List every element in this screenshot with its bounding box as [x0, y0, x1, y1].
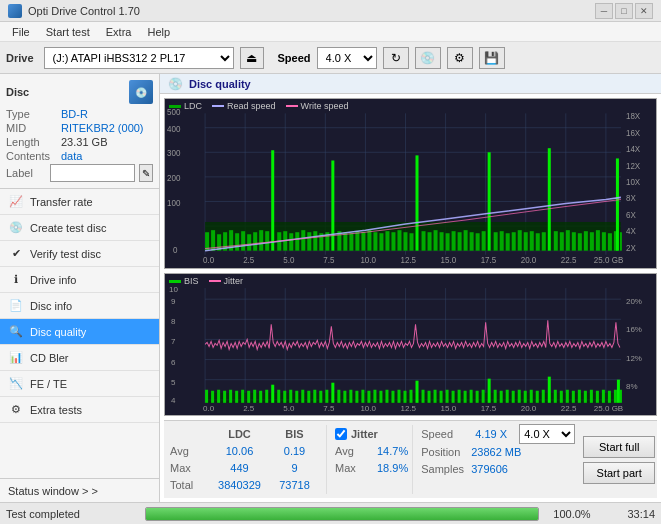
svg-rect-204 — [548, 377, 551, 403]
mid-value: RITEKBR2 (000) — [61, 122, 144, 134]
disc-info-icon: 📄 — [8, 298, 24, 314]
svg-rect-194 — [488, 379, 491, 403]
svg-rect-202 — [536, 391, 539, 403]
position-label: Position — [421, 446, 471, 458]
label-input[interactable] — [50, 164, 135, 182]
svg-rect-98 — [518, 230, 522, 250]
speed-select[interactable]: 4.0 X — [317, 47, 377, 69]
menu-file[interactable]: File — [4, 24, 38, 40]
svg-rect-57 — [271, 150, 274, 250]
svg-rect-206 — [560, 391, 563, 403]
avg-bis: 0.19 — [267, 445, 322, 457]
bis-legend-color — [169, 280, 181, 283]
svg-text:100: 100 — [167, 199, 181, 208]
disc-title: Disc — [6, 86, 29, 98]
svg-text:16%: 16% — [626, 325, 642, 334]
svg-rect-181 — [409, 390, 412, 403]
svg-rect-113 — [608, 233, 612, 250]
sidebar-label-cd-bler: CD Bler — [30, 352, 69, 364]
sidebar-item-extra-tests[interactable]: ⚙ Extra tests — [0, 397, 159, 423]
svg-rect-64 — [313, 231, 317, 250]
total-row: Total 3840329 73718 — [170, 477, 322, 494]
stats-row: LDC BIS Avg 10.06 0.19 Max 449 9 Total — [164, 420, 657, 498]
jitter-checkbox[interactable] — [335, 428, 347, 440]
sidebar-item-disc-quality[interactable]: 🔍 Disc quality — [0, 319, 159, 345]
svg-rect-72 — [361, 232, 365, 250]
samples-row: Samples 379606 — [421, 460, 575, 477]
read-speed-legend-label: Read speed — [227, 101, 276, 111]
menu-start-test[interactable]: Start test — [38, 24, 98, 40]
status-window-button[interactable]: Status window > > — [0, 478, 159, 502]
svg-rect-55 — [259, 230, 263, 250]
svg-text:5.0: 5.0 — [283, 256, 295, 265]
svg-rect-93 — [488, 152, 491, 250]
titlebar: Opti Drive Control 1.70 ─ □ ✕ — [0, 0, 661, 22]
svg-rect-156 — [259, 391, 262, 403]
drive-select[interactable]: (J:) ATAPI iHBS312 2 PL17 — [44, 47, 234, 69]
svg-text:300: 300 — [167, 149, 181, 158]
mid-label: MID — [6, 122, 61, 134]
svg-text:8: 8 — [171, 317, 176, 326]
jitter-max-row: Max 18.9% — [335, 460, 408, 477]
sidebar-item-drive-info[interactable]: ℹ Drive info — [0, 267, 159, 293]
svg-rect-89 — [464, 230, 468, 250]
maximize-button[interactable]: □ — [615, 3, 633, 19]
sidebar-item-fe-te[interactable]: 📉 FE / TE — [0, 371, 159, 397]
svg-text:2X: 2X — [626, 244, 636, 253]
svg-rect-96 — [506, 233, 510, 250]
svg-rect-160 — [283, 391, 286, 403]
speed-section: Speed 4.19 X 4.0 X Position 23862 MB Sam… — [412, 425, 575, 494]
jitter-header-label: Jitter — [351, 428, 378, 440]
svg-rect-217 — [620, 390, 622, 403]
svg-rect-186 — [440, 391, 443, 403]
max-ldc: 449 — [212, 462, 267, 474]
svg-rect-149 — [217, 390, 220, 403]
sidebar-item-cd-bler[interactable]: 📊 CD Bler — [0, 345, 159, 371]
svg-rect-87 — [452, 231, 456, 250]
start-full-button[interactable]: Start full — [583, 436, 655, 458]
max-row: Max 449 9 — [170, 460, 322, 477]
sidebar-item-transfer-rate[interactable]: 📈 Transfer rate — [0, 189, 159, 215]
svg-text:12%: 12% — [626, 354, 642, 363]
sidebar-label-extra-tests: Extra tests — [30, 404, 82, 416]
svg-text:16X: 16X — [626, 129, 641, 138]
minimize-button[interactable]: ─ — [595, 3, 613, 19]
content-header: 💿 Disc quality — [160, 74, 661, 94]
transfer-rate-icon: 📈 — [8, 194, 24, 210]
svg-rect-107 — [572, 232, 576, 250]
content-area: 💿 Disc quality LDC Read speed — [160, 74, 661, 502]
elapsed-time: 33:14 — [605, 508, 655, 520]
start-part-button[interactable]: Start part — [583, 462, 655, 484]
menu-help[interactable]: Help — [139, 24, 178, 40]
svg-text:0.0: 0.0 — [203, 256, 215, 265]
save-button[interactable]: 💾 — [479, 47, 505, 69]
svg-rect-190 — [464, 391, 467, 403]
label-edit-button[interactable]: ✎ — [139, 164, 153, 182]
svg-rect-189 — [458, 390, 461, 403]
window-controls[interactable]: ─ □ ✕ — [595, 3, 653, 19]
svg-rect-153 — [241, 390, 244, 403]
refresh-button[interactable]: ↻ — [383, 47, 409, 69]
disc-button[interactable]: 💿 — [415, 47, 441, 69]
action-buttons[interactable]: Start full Start part — [583, 425, 655, 494]
svg-rect-91 — [476, 233, 480, 250]
svg-rect-79 — [403, 232, 407, 250]
svg-text:20.0: 20.0 — [521, 256, 537, 265]
write-speed-legend-color — [286, 105, 298, 107]
close-button[interactable]: ✕ — [635, 3, 653, 19]
svg-text:15.0: 15.0 — [441, 256, 457, 265]
svg-rect-207 — [566, 390, 569, 403]
svg-rect-77 — [391, 232, 395, 250]
eject-button[interactable]: ⏏ — [240, 47, 264, 69]
speed-row-label: Speed — [421, 428, 471, 440]
settings-button[interactable]: ⚙ — [447, 47, 473, 69]
jitter-avg-val: 14.7% — [377, 445, 408, 457]
svg-rect-211 — [590, 390, 593, 403]
speed-select-stats[interactable]: 4.0 X — [519, 424, 575, 444]
sidebar-item-disc-info[interactable]: 📄 Disc info — [0, 293, 159, 319]
sidebar-item-verify-test-disc[interactable]: ✔ Verify test disc — [0, 241, 159, 267]
sidebar-item-create-test-disc[interactable]: 💿 Create test disc — [0, 215, 159, 241]
jitter-spacer — [335, 477, 408, 494]
create-test-disc-icon: 💿 — [8, 220, 24, 236]
menu-extra[interactable]: Extra — [98, 24, 140, 40]
